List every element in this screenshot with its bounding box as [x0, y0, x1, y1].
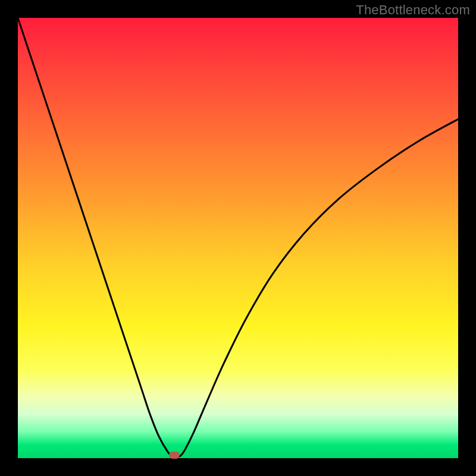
curve-svg [18, 18, 458, 458]
chart-frame: TheBottleneck.com [0, 0, 476, 476]
plot-area [18, 18, 458, 458]
watermark-text: TheBottleneck.com [356, 2, 470, 18]
bottleneck-curve [18, 18, 458, 458]
optimal-marker [169, 452, 180, 459]
